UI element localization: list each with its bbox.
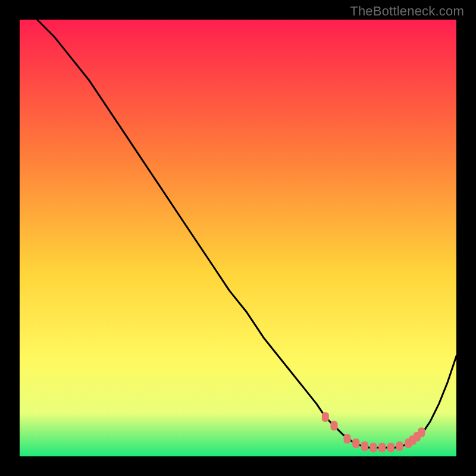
plot-area bbox=[20, 20, 456, 456]
curve-marker bbox=[352, 439, 359, 448]
curve-marker bbox=[418, 428, 425, 437]
watermark-text: TheBottleneck.com bbox=[350, 4, 464, 19]
curve-marker bbox=[322, 412, 329, 422]
chart-frame: TheBottleneck.com bbox=[0, 0, 476, 476]
curve-marker bbox=[396, 441, 403, 451]
curve-marker bbox=[370, 443, 377, 452]
curve-marker bbox=[387, 443, 394, 452]
curve-marker bbox=[331, 421, 338, 431]
curve-marker bbox=[378, 443, 386, 452]
curve-marker bbox=[361, 441, 368, 451]
bottleneck-curve bbox=[20, 20, 456, 456]
curve-marker bbox=[344, 434, 351, 444]
